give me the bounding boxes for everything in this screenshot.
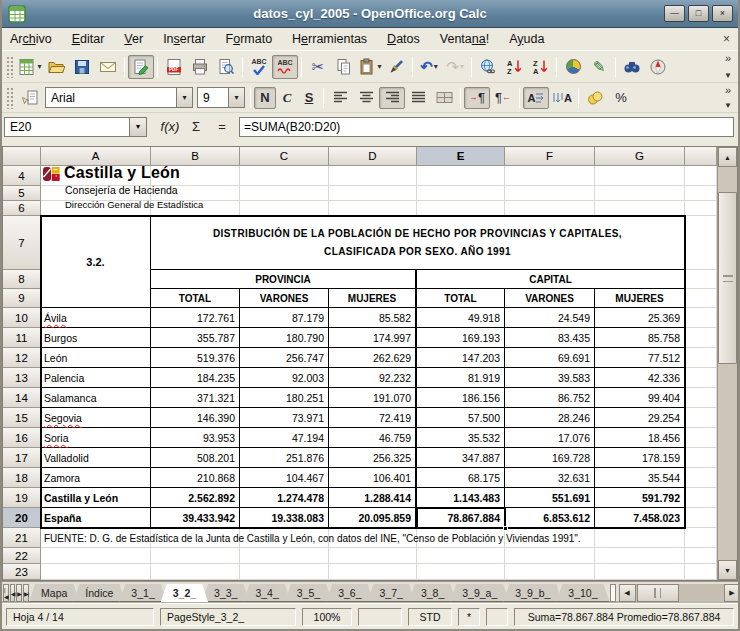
status-sum-average[interactable]: Suma=78.867.884 Promedio=78.867.884	[514, 608, 734, 626]
paste-dropdown-arrow[interactable]: ▾	[377, 62, 381, 71]
cell-value[interactable]: 147.203	[417, 348, 505, 368]
cell-value[interactable]: 69.691	[505, 348, 595, 368]
cell-value[interactable]: 251.876	[240, 448, 329, 468]
tab-3-10[interactable]: 3_10_	[556, 584, 609, 602]
cell-region-total-name[interactable]: Castilla y León	[41, 488, 151, 508]
vertical-scroll-thumb[interactable]	[718, 192, 737, 364]
undo-dropdown-arrow[interactable]: ▾	[434, 62, 438, 71]
cell-group-capital[interactable]: CAPITAL	[417, 270, 685, 289]
navigator-button[interactable]	[645, 55, 671, 79]
cell-value[interactable]: 256.747	[240, 348, 329, 368]
cell-value[interactable]: 99.404	[595, 388, 685, 408]
copy-button[interactable]	[331, 55, 357, 79]
column-header-b[interactable]: B	[151, 147, 240, 166]
cell-value[interactable]: 178.159	[595, 448, 685, 468]
function-wizard-button[interactable]: f(x)	[157, 119, 183, 134]
cell-header[interactable]: MUJERES	[329, 289, 417, 308]
cell-value[interactable]: 68.175	[417, 468, 505, 488]
cell-province-name[interactable]: Palencia	[41, 368, 151, 388]
italic-button[interactable]: C	[276, 87, 298, 109]
email-button[interactable]	[95, 55, 121, 79]
align-justify-button[interactable]	[405, 87, 431, 109]
cell-group-provincia[interactable]: PROVINCIA	[151, 270, 417, 289]
cell-value[interactable]: 72.419	[329, 408, 417, 428]
scroll-down-button[interactable]: ▼	[718, 560, 737, 580]
scroll-up-button[interactable]: ▲	[718, 147, 737, 167]
row-header-11[interactable]: 11	[3, 328, 41, 348]
cell-province-name[interactable]: Segovia	[41, 408, 151, 428]
cell-value[interactable]: 46.759	[329, 428, 417, 448]
row-header-19[interactable]: 19	[3, 488, 41, 508]
font-name-dropdown[interactable]: ▾	[176, 88, 192, 107]
cell-value[interactable]: 81.919	[417, 368, 505, 388]
cell-value[interactable]: 551.691	[505, 488, 595, 508]
row-header-21[interactable]: 21	[3, 528, 41, 548]
align-center-button[interactable]	[353, 87, 379, 109]
cell-value[interactable]: 85.758	[595, 328, 685, 348]
cell-header[interactable]: MUJERES	[595, 289, 685, 308]
row-header-15[interactable]: 15	[3, 408, 41, 428]
minimize-button[interactable]: —	[664, 5, 685, 22]
cell-value[interactable]: 85.582	[329, 308, 417, 328]
text-direction-horizontal-button[interactable]: A	[523, 87, 549, 109]
insert-chart-button[interactable]	[560, 55, 586, 79]
menu-insertar[interactable]: Insertar	[163, 32, 205, 46]
sum-button[interactable]: Σ	[183, 119, 209, 134]
vertical-scroll-track[interactable]	[718, 167, 737, 560]
cell-country-total-name[interactable]: España	[41, 508, 151, 528]
title-bar[interactable]: datos_cyl_2005 - OpenOffice.org Calc — □…	[2, 0, 738, 28]
sort-descending-button[interactable]: Z A	[527, 55, 553, 79]
row-header-16[interactable]: 16	[3, 428, 41, 448]
show-draw-functions-button[interactable]: ✎	[586, 55, 612, 79]
menu-datos[interactable]: Datos	[387, 32, 420, 46]
cell-value[interactable]: 35.532	[417, 428, 505, 448]
row-header-9[interactable]: 9	[3, 289, 41, 308]
row-header-14[interactable]: 14	[3, 388, 41, 408]
name-box[interactable]: E20	[4, 117, 130, 137]
tab-3-9-a[interactable]: 3_9_a_	[450, 584, 509, 602]
first-sheet-button[interactable]: |◀	[3, 584, 9, 602]
row-header-4[interactable]: 4	[3, 166, 41, 186]
cell-province-name[interactable]: Burgos	[41, 328, 151, 348]
tab-3-8[interactable]: 3_8_	[409, 584, 456, 602]
column-header-a[interactable]: A	[41, 147, 151, 166]
column-header-e[interactable]: E	[417, 147, 505, 166]
status-page-style[interactable]: PageStyle_3_2_	[160, 608, 296, 626]
tab-indice[interactable]: Índice	[73, 584, 125, 602]
toolbar-overflow-button[interactable]: »▼	[721, 53, 735, 80]
status-insert-mode[interactable]	[358, 608, 402, 626]
tab-3-1[interactable]: 3_1_	[119, 584, 166, 602]
cell-value[interactable]: 355.787	[151, 328, 240, 348]
cell-value[interactable]: 169.193	[417, 328, 505, 348]
cell-value[interactable]: 508.201	[151, 448, 240, 468]
cell-value[interactable]: 6.853.612	[505, 508, 595, 528]
row-header-22[interactable]: 22	[3, 548, 41, 564]
column-header-d[interactable]: D	[329, 147, 417, 166]
cut-button[interactable]: ✂	[305, 55, 331, 79]
row-header-6[interactable]: 6	[3, 201, 41, 216]
horizontal-scrollbar[interactable]: ◀ ▶	[610, 584, 740, 602]
tab-3-4[interactable]: 3_4_	[243, 584, 290, 602]
cell-value[interactable]: 371.321	[151, 388, 240, 408]
percent-format-button[interactable]: %	[608, 87, 634, 109]
last-sheet-button[interactable]: ▶|	[23, 584, 29, 602]
toolbar-overflow-button[interactable]: »▼	[721, 85, 735, 110]
cell-value[interactable]: 20.095.859	[329, 508, 417, 528]
save-button[interactable]	[69, 55, 95, 79]
cell-value[interactable]: 18.456	[595, 428, 685, 448]
sort-ascending-button[interactable]: A Z	[501, 55, 527, 79]
bold-button[interactable]: N	[254, 87, 276, 109]
cell-province-name[interactable]: Salamanca	[41, 388, 151, 408]
column-header-c[interactable]: C	[240, 147, 329, 166]
cell-table-title[interactable]: DISTRIBUCIÓN DE LA POBLACIÓN DE HECHO PO…	[151, 216, 685, 270]
redo-button[interactable]: ↷▾	[442, 55, 468, 79]
open-button[interactable]	[43, 55, 69, 79]
font-size-dropdown[interactable]: ▾	[228, 88, 244, 107]
cell-value[interactable]: 39.433.942	[151, 508, 240, 528]
toolbar-grip[interactable]	[6, 87, 13, 109]
cell-section-label[interactable]: 3.2.	[41, 216, 151, 308]
row-header-20[interactable]: 20	[3, 508, 41, 528]
row-header-10[interactable]: 10	[3, 308, 41, 328]
cell-value[interactable]: 49.918	[417, 308, 505, 328]
cell-value[interactable]: 29.254	[595, 408, 685, 428]
